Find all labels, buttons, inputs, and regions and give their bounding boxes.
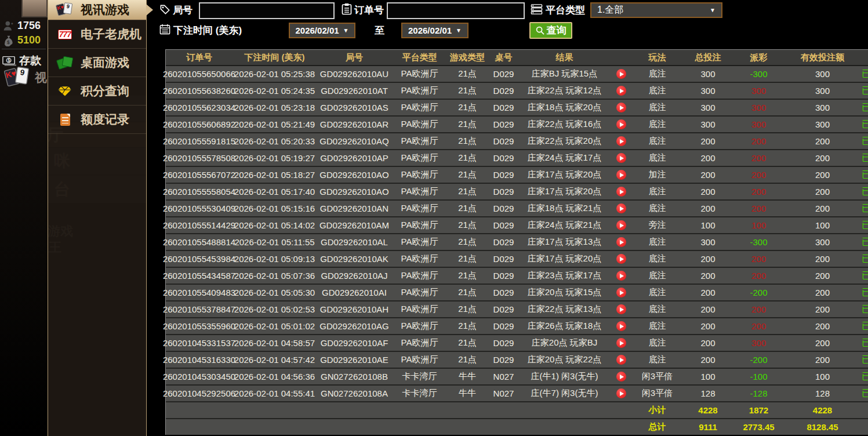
grand-total-play-type: 总计: [633, 419, 682, 435]
replay-play-icon[interactable]: [616, 304, 626, 314]
sidebar-item-video-games[interactable]: K♥9 视: [5, 70, 47, 86]
query-button[interactable]: 查询: [529, 22, 572, 39]
cell-result: 庄家17点 玩家20点: [520, 184, 609, 199]
cell-platform: PA欧洲厅: [392, 100, 447, 115]
table-row: 2602010554888142026-02-01 05:11:55GD0292…: [166, 234, 868, 251]
main-content: 局号 订单号 平台类型 1.全部 ▼ 下注时间 (美东) 2026/02/01 …: [147, 0, 868, 436]
cell-bet-time: 2026-02-01 05:24:35: [233, 83, 317, 99]
grand-total-platform: [392, 419, 447, 435]
cell-status: 已结算: [862, 150, 868, 166]
replay-play-icon[interactable]: [616, 220, 626, 230]
avatar[interactable]: [21, 0, 48, 17]
replay-play-icon[interactable]: [616, 355, 626, 365]
replay-play-icon[interactable]: [616, 103, 626, 112]
table-games-icon: [55, 56, 75, 70]
grand-total-replay: [609, 419, 633, 435]
menu-item-2[interactable]: 桌面游戏: [48, 49, 146, 77]
cell-valid-bet: 300: [783, 117, 862, 132]
replay-play-icon[interactable]: [616, 119, 626, 129]
cell-status: 已结算: [862, 83, 868, 99]
replay-play-icon[interactable]: [616, 69, 626, 79]
cell-status: 已结算: [862, 167, 868, 183]
cell-valid-bet: 300: [783, 66, 862, 82]
replay-play-icon[interactable]: [616, 187, 626, 197]
replay-play-icon[interactable]: [616, 204, 626, 213]
table-row: 2602010555785082026-02-01 05:19:27GD0292…: [166, 150, 868, 167]
cell-game-type: 21点: [447, 352, 488, 368]
replay-play-icon[interactable]: [616, 288, 626, 297]
cell-payout: 200: [734, 318, 783, 334]
cell-table-id: D029: [488, 217, 520, 233]
menu-item-0[interactable]: K♥9视讯游戏: [48, 0, 146, 20]
replay-play-icon[interactable]: [616, 372, 626, 382]
cell-table-id: N027: [488, 386, 520, 401]
cell-game-type: 21点: [447, 83, 488, 99]
cell-total-bet: 200: [682, 301, 734, 317]
grand-total-payout: 2773.45: [734, 419, 783, 435]
cell-payout: -128: [734, 386, 783, 401]
menu-item-1[interactable]: 777电子老虎机: [48, 20, 146, 49]
cell-bet-time: 2026-02-01 04:55:41: [233, 386, 317, 401]
platform-list-icon: [531, 3, 543, 15]
subtotal-result: [520, 402, 609, 418]
cell-round-id: GD029262010AU: [317, 66, 392, 82]
cell-platform: PA欧洲厅: [392, 217, 447, 233]
cell-play-type: 加注: [633, 167, 682, 183]
cell-platform: PA欧洲厅: [392, 150, 447, 166]
date-to-select[interactable]: 2026/02/01 ▼: [401, 23, 468, 38]
cell-result: 庄家24点 玩家21点: [520, 217, 609, 233]
subtotal-total-bet: 4228: [682, 402, 734, 418]
replay-play-icon[interactable]: [616, 388, 626, 398]
cell-payout: -100: [734, 369, 783, 384]
cell-platform: PA欧洲厅: [392, 66, 447, 82]
replay-play-icon[interactable]: [616, 321, 626, 331]
replay-play-icon[interactable]: [616, 254, 626, 264]
cell-valid-bet: 300: [783, 83, 862, 99]
menu-item-4[interactable]: 额度记录: [48, 106, 146, 134]
order-number-input[interactable]: [387, 2, 525, 19]
cell-order-id: 260201055514429: [166, 217, 233, 233]
cell-order-id: 260201055355960: [166, 318, 233, 334]
col-header-replay: [609, 50, 633, 65]
cell-bet-time: 2026-02-01 05:01:02: [233, 318, 317, 334]
cell-play-type: 底注: [633, 318, 682, 334]
cell-game-type: 21点: [447, 285, 488, 300]
menu-item-3[interactable]: 积分查询: [48, 77, 146, 106]
cell-platform: 卡卡湾厅: [392, 369, 447, 384]
cell-valid-bet: 200: [783, 268, 862, 284]
cell-result: 庄家17点 玩家13点: [520, 234, 609, 250]
col-header-bet-time: 下注时间 (美东): [233, 50, 317, 65]
sidebar-item-deposit[interactable]: $ 存款: [2, 53, 41, 68]
replay-play-icon[interactable]: [616, 271, 626, 281]
replay-play-icon[interactable]: [616, 237, 626, 247]
platform-type-select[interactable]: 1.全部 ▼: [590, 2, 722, 18]
cell-play-type: 底注: [633, 285, 682, 300]
grand-total-row: 总计91112773.458128.45: [166, 419, 868, 435]
table-row: 2602010453315372026-02-01 04:58:57GD0292…: [166, 335, 868, 352]
cell-valid-bet: 100: [783, 217, 862, 233]
cell-result: 庄家22点 玩家13点: [520, 301, 609, 317]
date-from-select[interactable]: 2026/02/01 ▼: [289, 23, 355, 38]
round-number-input[interactable]: [199, 2, 335, 19]
cell-status: 已结算: [862, 335, 868, 351]
cell-game-type: 21点: [447, 217, 488, 233]
col-header-valid-bet: 有效投注额: [783, 50, 862, 65]
cell-order-id: 260201055638260: [166, 83, 233, 99]
cell-result: 庄家22点 玩家16点: [520, 117, 609, 132]
cell-total-bet: 300: [682, 234, 734, 250]
replay-play-icon[interactable]: [616, 86, 626, 96]
table-row: 2602010453034502026-02-01 04:56:36GN0272…: [166, 369, 868, 386]
replay-play-icon[interactable]: [616, 136, 626, 146]
cell-play-type: 底注: [633, 184, 682, 199]
cell-order-id: 260201055378847: [166, 301, 233, 317]
cell-status: 已结算: [862, 217, 868, 233]
replay-play-icon[interactable]: [616, 338, 626, 348]
cell-valid-bet: 300: [783, 100, 862, 115]
col-header-status: [862, 50, 868, 65]
replay-play-icon[interactable]: [616, 153, 626, 163]
cell-result: 庄家24点 玩家17点: [520, 150, 609, 166]
table-row: 2602010556068922026-02-01 05:21:49GD0292…: [166, 117, 868, 133]
replay-play-icon[interactable]: [616, 170, 626, 180]
svg-text:$: $: [8, 57, 10, 63]
cell-platform: PA欧洲厅: [392, 83, 447, 99]
